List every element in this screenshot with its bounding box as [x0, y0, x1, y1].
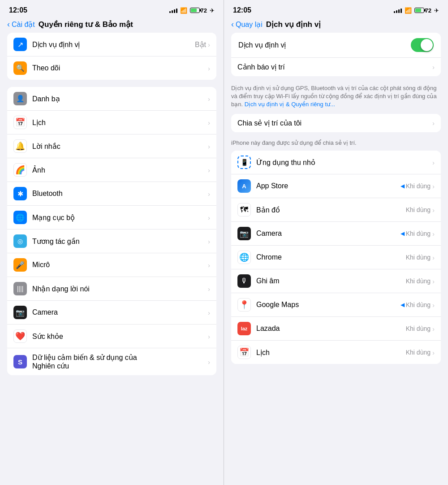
right-wifi-icon: 📶 [405, 7, 412, 14]
back-label: Cài đặt [12, 20, 35, 29]
left-apps-section: 👤 Danh bạ › 📅 Lịch › 🔔 Lời nhắc › [7, 87, 216, 375]
camera-chevron-icon: › [208, 309, 210, 316]
calendar-chevron-icon: › [208, 119, 210, 126]
toggle-section: Dịch vụ định vị Cảnh báo vị trí › [231, 33, 441, 76]
googlemaps-chevron-icon: › [432, 301, 435, 309]
speechrec-label: Nhận dạng lời nói [32, 285, 208, 293]
share-location-sublabel: iPhone này đang được sử dụng để chia sẻ … [224, 137, 448, 151]
banddo-label: Bản đồ [256, 206, 406, 214]
wifi-icon: 📶 [180, 7, 187, 14]
calendar-label: Lịch [32, 118, 208, 127]
photos-chevron-icon: › [208, 166, 210, 174]
bluetooth-row[interactable]: ✱ Bluetooth › [7, 182, 216, 206]
research-row[interactable]: S Dữ liệu cảm biến & sử dụng củaNghiên c… [7, 348, 216, 375]
location-toggle-row[interactable]: Dịch vụ định vị [231, 33, 441, 57]
thu-nho-row[interactable]: 📱 Ứng dụng thu nhỏ › [231, 151, 441, 174]
right-page-title: Dịch vụ định vị [266, 20, 321, 29]
location-value: Bật [195, 40, 206, 49]
thu-nho-icon: 📱 [237, 156, 251, 169]
right-status-bar: 12:05 📶 72 ✈ [224, 0, 448, 18]
location-arrow-appstore-icon: ◀ [401, 183, 405, 189]
photos-row[interactable]: 🌈 Ảnh › [7, 158, 216, 182]
ghiam-chevron-icon: › [432, 277, 435, 285]
camera2-chevron-icon: › [432, 230, 435, 238]
banddo-icon: 🗺 [237, 203, 251, 217]
right-status-icons: 📶 72 ✈ [394, 7, 439, 14]
location-arrow-icon: ✈ [210, 7, 215, 14]
localnet-icon: 🌐 [13, 211, 27, 224]
nearby-icon: ◎ [13, 234, 27, 248]
lazada-icon: laz [237, 322, 251, 335]
left-time: 12:05 [9, 6, 27, 14]
camera2-row[interactable]: 📷 Camera ◀ Khi dùng › [231, 222, 441, 246]
right-time: 12:05 [233, 6, 251, 14]
location-alert-chevron-icon: › [432, 63, 435, 71]
back-chevron-icon: ‹ [7, 20, 10, 29]
contacts-icon: 👤 [13, 92, 27, 105]
chrome-location-badge: Khi dùng [406, 254, 431, 261]
location-alert-row[interactable]: Cảnh báo vị trí › [231, 58, 441, 76]
lich2-icon: 📅 [237, 346, 251, 359]
left-nav-bar: ‹ Cài đặt Quyền riêng tư & Bảo mật [0, 18, 224, 33]
right-battery-icon: 72 [414, 7, 431, 14]
right-back-label: Quay lại [236, 20, 263, 29]
right-back-button[interactable]: ‹ Quay lại [231, 20, 263, 29]
speechrec-icon: |||| [13, 282, 27, 295]
right-signal-icon [394, 8, 402, 13]
right-panel: 12:05 📶 72 ✈ [224, 0, 448, 485]
ghiam-row[interactable]: 🎙 Ghi âm Khi dùng › [231, 269, 441, 293]
localnet-row[interactable]: 🌐 Mạng cục bộ › [7, 206, 216, 230]
calendar-icon: 📅 [13, 116, 27, 129]
chrome-icon: 🌐 [237, 251, 251, 264]
location-toggle-switch[interactable] [411, 38, 434, 52]
left-page-title: Quyền riêng tư & Bảo mật [39, 20, 133, 29]
privacy-link[interactable]: Dịch vụ định vị & Quyền riêng tư... [245, 101, 335, 108]
apps-section: 📱 Ứng dụng thu nhỏ › A App Store ◀ Khi d… [231, 151, 441, 364]
location-services-row[interactable]: ↗ Dịch vụ định vị Bật › [7, 33, 216, 56]
reminders-row[interactable]: 🔔 Lời nhắc › [7, 134, 216, 158]
googlemaps-row[interactable]: 📍 Google Maps ◀ Khi dùng › [231, 293, 441, 317]
right-back-chevron-icon: ‹ [231, 20, 234, 29]
nearby-row[interactable]: ◎ Tương tác gần › [7, 230, 216, 253]
lich2-label: Lịch [256, 348, 406, 357]
location-toggle-label: Dịch vụ định vị [238, 41, 411, 49]
appstore-row[interactable]: A App Store ◀ Khi dùng › [231, 174, 441, 198]
contacts-row[interactable]: 👤 Danh bạ › [7, 87, 216, 111]
left-back-button[interactable]: ‹ Cài đặt [7, 20, 35, 29]
ghiam-label: Ghi âm [256, 277, 406, 285]
banddo-chevron-icon: › [432, 206, 435, 214]
location-icon: ↗ [13, 38, 27, 51]
googlemaps-icon: 📍 [237, 298, 251, 312]
appstore-icon: A [237, 179, 251, 193]
googlemaps-location-badge: ◀ Khi dùng [401, 301, 431, 308]
health-row[interactable]: ❤️ Sức khỏe › [7, 325, 216, 348]
nearby-label: Tương tác gần [32, 237, 208, 246]
bluetooth-chevron-icon: › [208, 190, 210, 198]
chrome-row[interactable]: 🌐 Chrome Khi dùng › [231, 246, 441, 269]
micro-row[interactable]: 🎤 Micrô › [7, 253, 216, 277]
lazada-location-badge: Khi dùng [406, 325, 431, 332]
lich2-chevron-icon: › [432, 349, 435, 356]
lich2-row[interactable]: 📅 Lịch Khi dùng › [231, 341, 441, 364]
appstore-label: App Store [256, 182, 401, 190]
share-location-label: Chia sẻ vị trí của tôi [237, 119, 432, 127]
bluetooth-icon: ✱ [13, 187, 27, 200]
location-label: Dịch vụ định vị [32, 40, 195, 49]
tracking-row[interactable]: 🔍 Theo dõi › [7, 56, 216, 80]
googlemaps-label: Google Maps [256, 301, 401, 309]
banddo-row[interactable]: 🗺 Bản đồ Khi dùng › [231, 198, 441, 222]
location-arrow-camera-icon: ◀ [401, 230, 405, 237]
share-location-row[interactable]: Chia sẻ vị trí của tôi › [231, 114, 441, 132]
lazada-row[interactable]: laz Lazada Khi dùng › [231, 317, 441, 341]
lich2-location-badge: Khi dùng [406, 349, 431, 356]
research-icon: S [13, 355, 27, 368]
calendar-row[interactable]: 📅 Lịch › [7, 111, 216, 134]
camera-row[interactable]: 📷 Camera › [7, 301, 216, 325]
share-location-chevron-icon: › [432, 119, 435, 127]
photos-icon: 🌈 [13, 163, 27, 177]
micro-icon: 🎤 [13, 258, 27, 272]
right-location-icon: ✈ [434, 7, 439, 14]
speechrec-row[interactable]: |||| Nhận dạng lời nói › [7, 277, 216, 301]
battery-icon: 72 [190, 7, 207, 14]
location-arrow-googlemaps-icon: ◀ [401, 302, 405, 308]
